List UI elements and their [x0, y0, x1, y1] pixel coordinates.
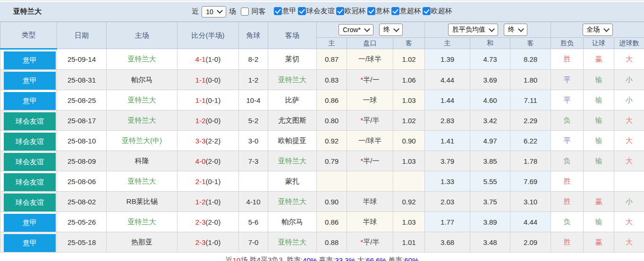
avg-home-odds: 3.68 [425, 232, 470, 253]
away-team[interactable]: 比萨 [268, 90, 317, 110]
league-checkbox[interactable] [391, 7, 399, 15]
sub-col-header-handicap-home: 主 [317, 38, 347, 49]
period-select-value: 全场 [587, 25, 600, 34]
avg-draw-odds: 4.73 [470, 49, 510, 70]
result-handicap: 输 [584, 90, 614, 110]
result-goals: 小 [614, 90, 644, 110]
handicap-home-odds: 0.83 [317, 70, 347, 90]
score: 1-1(0-0) [178, 70, 239, 90]
match-type-cell: 球会友谊 [0, 131, 57, 151]
league-checkbox[interactable] [336, 7, 344, 15]
match-date: 25-08-31 [57, 70, 107, 90]
home-team[interactable]: RB莱比锡 [107, 192, 178, 212]
handicap-away-odds: 0.90 [393, 131, 425, 151]
avg-draw-odds: 3.48 [470, 232, 510, 253]
avg-time-select[interactable]: 终 [504, 24, 527, 36]
league-label: 意甲 [282, 7, 297, 16]
away-team[interactable]: 莱切 [268, 49, 317, 70]
same-venue-label: 同客 [252, 7, 266, 16]
table-row: 意甲25-09-14亚特兰大4-1(1-0)8-2莱切0.87一/球半1.021… [0, 49, 644, 70]
result-handicap: 输 [584, 151, 614, 171]
avg-odds-select[interactable]: 胜平负均值 [448, 24, 498, 36]
match-date: 25-05-18 [57, 232, 107, 253]
avg-home-odds: 3.79 [425, 151, 470, 171]
avg-draw-odds: 3.42 [470, 110, 510, 131]
avg-draw-odds: 3.85 [470, 151, 510, 171]
avg-home-odds: 1.33 [425, 171, 470, 192]
home-team[interactable]: 亚特兰大(中) [107, 131, 178, 151]
avg-odds-group-header: 胜平负均值 终 [425, 22, 551, 38]
sub-col-header-avg-away: 客 [510, 38, 551, 49]
league-checkbox[interactable] [298, 7, 306, 15]
home-team[interactable]: 亚特兰大 [107, 90, 178, 110]
match-type-cell: 意甲 [0, 70, 57, 90]
away-team[interactable]: 亚特兰大 [268, 70, 317, 90]
handicap-time-select[interactable]: 终 [379, 24, 403, 36]
result-wdl: 胜 [551, 49, 584, 70]
result-handicap: 赢 [584, 49, 614, 70]
avg-away-odds: 1.78 [510, 151, 551, 171]
sub-col-header-handicap-away: 客 [393, 38, 425, 49]
sub-col-header-result-goals: 进球数 [614, 38, 644, 49]
filter-controls: 近 10 场 同客 意甲球会友谊欧冠杯意杯意超杯欧超杯 [192, 6, 452, 17]
avg-away-odds: 8.28 [510, 49, 551, 70]
topbar: 亚特兰大 近 10 场 同客 意甲球会友谊欧冠杯意杯意超杯欧超杯 [0, 2, 644, 22]
corners: 4-10 [239, 192, 268, 212]
away-team[interactable]: 蒙扎 [268, 171, 317, 192]
period-select[interactable]: 全场 [583, 24, 613, 36]
score: 2-3(2-0) [178, 212, 239, 232]
table-row: 球会友谊25-08-17亚特兰大1-2(0-0)5-2尤文图斯0.80*平/半1… [0, 110, 644, 131]
league-filters: 意甲球会友谊欧冠杯意杯意超杯欧超杯 [272, 7, 452, 17]
away-team[interactable]: 亚特兰大 [268, 232, 317, 253]
result-wdl: 平 [551, 90, 584, 110]
avg-home-odds: 2.03 [425, 192, 470, 212]
league-checkbox[interactable] [274, 7, 282, 15]
away-team[interactable]: 欧帕提亚 [268, 131, 317, 151]
col-header-corners: 角球 [239, 22, 268, 49]
away-team[interactable]: 尤文图斯 [268, 110, 317, 131]
handicap-line: 一球 [347, 90, 393, 110]
home-team[interactable]: 帕尔马 [107, 70, 178, 90]
table-row: 球会友谊25-08-10亚特兰大(中)3-3(2-2)3-0欧帕提亚0.92一/… [0, 131, 644, 151]
home-team[interactable]: 亚特兰大 [107, 49, 178, 70]
home-team[interactable]: 科隆 [107, 151, 178, 171]
home-team[interactable]: 亚特兰大 [107, 171, 178, 192]
table-row: 意甲25-05-18热那亚2-3(1-0)7-0亚特兰大0.88*平/半1.01… [0, 232, 644, 253]
handicap-home-odds: 0.87 [317, 49, 347, 70]
handicap-away-odds: 0.92 [393, 192, 425, 212]
league-checkbox[interactable] [367, 7, 375, 15]
score: 3-3(2-2) [178, 131, 239, 151]
home-team[interactable]: 亚特兰大 [107, 212, 178, 232]
handicap-away-odds: 1.02 [393, 110, 425, 131]
avg-home-odds: 1.41 [425, 131, 470, 151]
away-team[interactable]: 亚特兰大 [268, 151, 317, 171]
avg-away-odds: 7.69 [510, 171, 551, 192]
table-row: 球会友谊25-08-02RB莱比锡1-2(1-0)4-10亚特兰大0.90半球0… [0, 192, 644, 212]
bookmaker-select[interactable]: Crow* [339, 24, 373, 35]
recent-count-select[interactable]: 10 [202, 6, 226, 17]
summary-segment: 10 [233, 256, 241, 261]
score: 1-2(1-0) [178, 192, 239, 212]
home-team[interactable]: 热那亚 [107, 232, 178, 253]
recent-count-value: 10 [206, 8, 213, 16]
handicap-away-odds: 1.03 [393, 90, 425, 110]
avg-time-value: 终 [508, 25, 515, 34]
handicap-line: *半/一 [347, 151, 393, 171]
result-goals: 大 [614, 110, 644, 131]
home-team[interactable]: 亚特兰大 [107, 110, 178, 131]
league-checkbox[interactable] [423, 7, 431, 15]
handicap-away-odds: 1.01 [393, 232, 425, 253]
table-row: 意甲25-05-26亚特兰大2-3(2-0)5-6帕尔马0.86半球1.031.… [0, 212, 644, 232]
match-table-body: 意甲25-09-14亚特兰大4-1(1-0)8-2莱切0.87一/球半1.021… [0, 49, 644, 253]
chevron-down-icon [603, 26, 610, 32]
away-team[interactable]: 帕尔马 [268, 212, 317, 232]
match-type-badge: 球会友谊 [4, 173, 56, 191]
handicap-group-header: Crow* 终 [317, 22, 425, 38]
away-team[interactable]: 亚特兰大 [268, 192, 317, 212]
same-venue-checkbox[interactable] [241, 8, 249, 16]
sub-col-header-result-wdl: 胜负 [551, 38, 584, 49]
result-goals: 大 [614, 131, 644, 151]
handicap-home-odds: 0.86 [317, 90, 347, 110]
result-goals: 大 [614, 151, 644, 171]
match-type-badge: 意甲 [4, 214, 56, 232]
